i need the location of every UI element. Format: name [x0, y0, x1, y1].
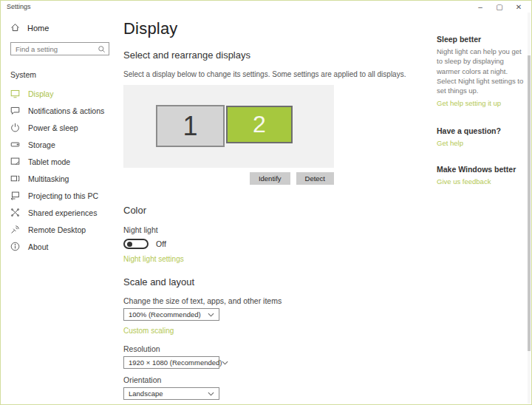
- rearrange-description: Select a display below to change its set…: [123, 70, 434, 78]
- monitor-2-number: 2: [253, 111, 266, 138]
- help-body: Night light can help you get to sleep by…: [437, 47, 524, 95]
- sidebar-item-label: Tablet mode: [28, 157, 70, 166]
- title-bar: Settings – ▢ ✕: [1, 1, 531, 13]
- rearrange-heading: Select and rearrange displays: [123, 50, 434, 61]
- scaling-dropdown[interactable]: 100% (Recommended): [123, 308, 219, 321]
- sidebar-item-label: Multitasking: [28, 174, 69, 183]
- chevron-down-icon: [208, 313, 214, 317]
- identify-button[interactable]: Identify: [250, 172, 290, 185]
- size-label: Change the size of text, apps, and other…: [123, 296, 434, 305]
- sidebar-item-display[interactable]: Display: [1, 85, 119, 102]
- help-heading: Have a question?: [437, 126, 524, 135]
- sidebar-item-label: Storage: [28, 140, 55, 149]
- help-heading: Sleep better: [437, 35, 524, 44]
- sidebar-item-label: Display: [28, 89, 53, 98]
- sidebar-item-label: Shared experiences: [28, 208, 97, 217]
- color-heading: Color: [123, 205, 434, 216]
- notifications-icon: [10, 106, 20, 115]
- power-icon: [10, 123, 20, 132]
- sidebar-item-projecting[interactable]: Projecting to this PC: [1, 187, 119, 204]
- sidebar-item-shared[interactable]: Shared experiences: [1, 204, 119, 221]
- help-section-question: Have a question? Get help: [437, 126, 524, 149]
- display-arrangement-canvas: 1 2: [123, 85, 334, 168]
- window-title: Settings: [7, 3, 31, 10]
- scaling-value: 100% (Recommended): [129, 310, 201, 319]
- help-heading: Make Windows better: [437, 165, 524, 174]
- identify-detect-row: Identify Detect: [123, 172, 334, 185]
- sidebar-item-label: Remote Desktop: [28, 225, 86, 234]
- toggle-knob: [127, 242, 132, 247]
- detect-button[interactable]: Detect: [296, 172, 334, 185]
- monitor-1-number: 1: [183, 111, 197, 142]
- display-icon: [10, 89, 20, 98]
- maximize-button[interactable]: ▢: [490, 1, 509, 13]
- sidebar: Home System Display: [1, 13, 119, 404]
- sidebar-item-home[interactable]: Home: [10, 23, 119, 33]
- help-section-feedback: Make Windows better Give us feedback: [437, 165, 524, 187]
- scale-heading: Scale and layout: [123, 276, 434, 287]
- remote-desktop-icon: [10, 225, 20, 234]
- sidebar-nav: Display Notifications & actions Power & …: [1, 85, 119, 255]
- storage-icon: [10, 140, 20, 149]
- scrollbar-thumb[interactable]: [528, 55, 531, 351]
- help-panel: Sleep better Night light can help you ge…: [437, 13, 524, 187]
- sidebar-item-notifications[interactable]: Notifications & actions: [1, 102, 119, 119]
- get-help-setting-up-link[interactable]: Get help setting it up: [437, 99, 501, 107]
- projecting-icon: [10, 191, 20, 200]
- resolution-value: 1920 × 1080 (Recommended): [129, 358, 222, 367]
- chevron-down-icon: [208, 392, 214, 396]
- monitor-1[interactable]: 1: [156, 105, 225, 147]
- sidebar-item-remote[interactable]: Remote Desktop: [1, 221, 119, 238]
- sidebar-item-about[interactable]: About: [1, 238, 119, 255]
- window-controls: – ▢ ✕: [471, 1, 528, 13]
- resolution-dropdown[interactable]: 1920 × 1080 (Recommended): [123, 356, 219, 369]
- sidebar-item-label: Projecting to this PC: [28, 191, 98, 200]
- resolution-label: Resolution: [123, 344, 434, 353]
- orientation-dropdown[interactable]: Landscape: [123, 387, 219, 400]
- search-input[interactable]: [11, 45, 94, 53]
- night-light-state: Off: [156, 239, 166, 248]
- shared-experiences-icon: [10, 208, 20, 217]
- monitor-2[interactable]: 2: [226, 106, 293, 143]
- orientation-label: Orientation: [123, 375, 434, 384]
- sidebar-item-label: Power & sleep: [28, 123, 78, 132]
- night-light-toggle[interactable]: [123, 239, 149, 249]
- multitasking-icon: [10, 174, 20, 183]
- give-feedback-link[interactable]: Give us feedback: [437, 177, 491, 186]
- sidebar-item-multitasking[interactable]: Multitasking: [1, 170, 119, 187]
- sidebar-home-label: Home: [27, 24, 49, 33]
- night-light-label: Night light: [123, 225, 434, 234]
- page-title: Display: [123, 19, 434, 38]
- sidebar-item-tablet[interactable]: Tablet mode: [1, 153, 119, 170]
- get-help-link[interactable]: Get help: [437, 139, 463, 147]
- sidebar-item-power[interactable]: Power & sleep: [1, 119, 119, 136]
- search-icon[interactable]: [98, 45, 106, 53]
- sidebar-item-label: About: [28, 242, 48, 251]
- orientation-value: Landscape: [129, 389, 163, 398]
- night-light-settings-link[interactable]: Night light settings: [123, 255, 184, 263]
- close-button[interactable]: ✕: [509, 1, 528, 13]
- vertical-scrollbar[interactable]: [528, 13, 531, 404]
- sidebar-item-label: Notifications & actions: [28, 106, 104, 115]
- about-icon: [10, 242, 20, 251]
- minimize-button[interactable]: –: [471, 1, 490, 13]
- help-section-sleep: Sleep better Night light can help you ge…: [437, 35, 524, 109]
- home-icon: [10, 23, 20, 33]
- search-box: [10, 42, 109, 55]
- tablet-icon: [10, 157, 20, 166]
- main-content: Display Select and rearrange displays Se…: [123, 13, 434, 404]
- settings-window: Settings – ▢ ✕ Home System: [0, 0, 532, 405]
- custom-scaling-link[interactable]: Custom scaling: [123, 327, 174, 335]
- chevron-down-icon: [222, 361, 228, 365]
- sidebar-item-storage[interactable]: Storage: [1, 136, 119, 153]
- sidebar-section-label: System: [10, 70, 119, 79]
- night-light-toggle-row: Off: [123, 239, 434, 249]
